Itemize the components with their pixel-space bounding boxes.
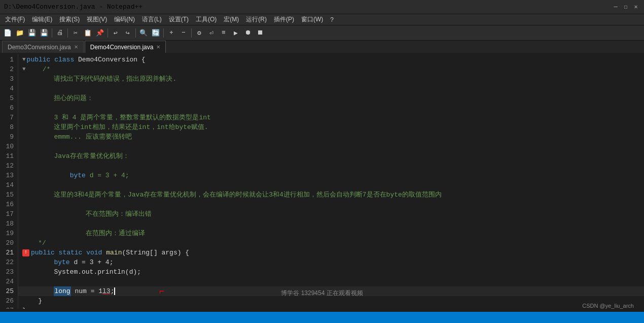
toolbar-zoomout[interactable]: − (178, 27, 189, 39)
line-num-25: 25 (2, 286, 14, 296)
menu-run[interactable]: 运行(R) (243, 14, 270, 25)
kw-byte-22: byte (54, 257, 69, 267)
toolbar-cut[interactable]: ✂ (70, 27, 81, 39)
toolbar-sep6 (191, 28, 192, 38)
title-text: D:\Demo4Conversion.java - Notepad++ (4, 3, 142, 11)
toolbar-sep2 (67, 28, 68, 38)
comment-3: 请找出下列代码的错误，指出原因并解决. (22, 74, 176, 84)
toolbar-zoomin[interactable]: + (166, 27, 177, 39)
line-num-8: 8 (2, 122, 14, 132)
toolbar-paste[interactable]: 📌 (94, 27, 105, 39)
line-num-1: 1 (2, 55, 14, 64)
line-num-11: 11 (2, 151, 14, 161)
toolbar-new[interactable]: 📄 (2, 27, 13, 39)
code-line-3: 请找出下列代码的错误，指出原因并解决. (18, 74, 644, 84)
code-line-10 (18, 142, 644, 151)
toolbar-print[interactable]: 🖨 (54, 27, 65, 39)
method-main: main (106, 248, 122, 257)
tab-demo3[interactable]: Demo3Conversion.java ✕ (2, 41, 84, 53)
toolbar-saveall[interactable]: 💾 (39, 27, 50, 39)
code-line-16 (18, 200, 644, 209)
comment-5: 担心的问题： (22, 93, 93, 103)
line-num-16: 16 (2, 200, 14, 209)
code-content[interactable]: ▼public class Demo4Conversion { ▼ /* 请找出… (18, 54, 644, 309)
line-num-26: 26 (2, 296, 14, 306)
comment-17: 不在范围内：编译出错 (22, 209, 152, 219)
comment-8: 这里两个int相加，结果还是int，int给byte赋值. (22, 122, 208, 132)
fold-icon-2[interactable]: ▼ (22, 64, 26, 74)
menu-help[interactable]: ? (327, 15, 337, 24)
line-num-17: 17 (2, 209, 14, 219)
code-line-22: byte d = 3 + 4; (18, 257, 644, 267)
comment-13b: d = 3 + 4; (86, 171, 129, 180)
toolbar-wrap[interactable]: ⏎ (206, 27, 217, 39)
menu-file[interactable]: 文件(F) (2, 14, 28, 25)
kw-public-21: public static void (31, 248, 102, 257)
code-line-15: 这里的3和4是两个常量，Java存在常量优化机制，会在编译的时候就会让3和4进行… (18, 190, 644, 200)
toolbar-record[interactable]: ⏺ (242, 27, 254, 39)
code-line-17: 不在范围内：编译出错 (18, 209, 644, 219)
comment-13 (22, 171, 70, 180)
toolbar-open[interactable]: 📁 (14, 27, 25, 39)
code-line-5: 担心的问题： (18, 93, 644, 103)
menu-view[interactable]: 视图(V) (84, 14, 110, 25)
line-num-3: 3 (2, 74, 14, 84)
toolbar-find[interactable]: 🔍 (138, 27, 149, 39)
comment-7: 3 和 4 是两个常量，整数常量默认的数据类型是int (22, 113, 211, 122)
line-num-21: 21 (2, 248, 14, 257)
tab-demo4-label: Demo4Conversion.java (90, 44, 154, 51)
code-line-7: 3 和 4 是两个常量，整数常量默认的数据类型是int (18, 113, 644, 122)
toolbar: 📄 📁 💾 💾 🖨 ✂ 📋 📌 ↩ ↪ 🔍 🔄 + − ⚙ ⏎ ≡ ▶ ⏺ ⏹ (0, 25, 644, 41)
line-num-12: 12 (2, 161, 14, 171)
menu-tools[interactable]: 工具(O) (193, 14, 220, 25)
code-line-14 (18, 180, 644, 190)
toolbar-copy[interactable]: 📋 (82, 27, 93, 39)
minimize-button[interactable]: — (612, 3, 620, 11)
comment-2: /* (27, 64, 51, 74)
toolbar-sep1 (52, 28, 52, 38)
code-line-4 (18, 84, 644, 93)
menu-bar: 文件(F) 编辑(E) 搜索(S) 视图(V) 编码(N) 语言(L) 设置(T… (0, 14, 644, 25)
tab-demo4-close[interactable]: ✕ (156, 44, 160, 50)
line-num-27: 27 (2, 306, 14, 309)
menu-encode[interactable]: 编码(N) (111, 14, 138, 25)
text-cursor (114, 287, 115, 295)
toolbar-sync[interactable]: ⚙ (194, 27, 205, 39)
toolbar-replace[interactable]: 🔄 (150, 27, 161, 39)
menu-edit[interactable]: 编辑(E) (29, 14, 55, 25)
menu-plugins[interactable]: 插件(P) (271, 14, 297, 25)
menu-macro[interactable]: 宏(M) (221, 14, 242, 25)
status-bar (0, 312, 644, 323)
editor-area[interactable]: 1 2 3 4 5 6 7 8 9 10 11 12 13 14 15 16 1… (0, 54, 644, 309)
menu-search[interactable]: 搜索(S) (56, 14, 83, 25)
fold-icon-1[interactable]: ▼ (22, 55, 26, 64)
toolbar-undo[interactable]: ↩ (110, 27, 121, 39)
toolbar-save[interactable]: 💾 (26, 27, 38, 39)
menu-window[interactable]: 窗口(W) (298, 14, 326, 25)
maximize-button[interactable]: ☐ (622, 3, 630, 11)
code-line-21: !public static void main(String[] args) … (18, 248, 644, 257)
tab-demo3-close[interactable]: ✕ (74, 44, 78, 50)
kw-public-1: public class (27, 55, 75, 64)
csdn-badge: CSDN @ye_liu_arch (582, 303, 634, 309)
code-line-20: */ (18, 238, 644, 248)
toolbar-run[interactable]: ▶ (230, 27, 241, 39)
close-button[interactable]: ✕ (632, 3, 640, 11)
code-line-6 (18, 103, 644, 113)
toolbar-stop[interactable]: ⏹ (255, 27, 266, 39)
menu-settings[interactable]: 设置(T) (166, 14, 192, 25)
code-line-2: ▼ /* (18, 64, 644, 74)
toolbar-indent[interactable]: ≡ (218, 27, 229, 39)
title-bar: D:\Demo4Conversion.java - Notepad++ — ☐ … (0, 0, 644, 14)
menu-language[interactable]: 语言(L) (139, 14, 165, 25)
tab-demo4[interactable]: Demo4Conversion.java ✕ (85, 41, 166, 53)
code-line-18 (18, 219, 644, 229)
line-num-15: 15 (2, 190, 14, 200)
toolbar-redo[interactable]: ↪ (122, 27, 133, 39)
code-line-27: } (18, 306, 644, 309)
line-num-5: 5 (2, 93, 14, 103)
line-num-20: 20 (2, 238, 14, 248)
line-num-24: 24 (2, 277, 14, 286)
line-num-22: 22 (2, 257, 14, 267)
kw-byte-13: byte (70, 171, 86, 180)
